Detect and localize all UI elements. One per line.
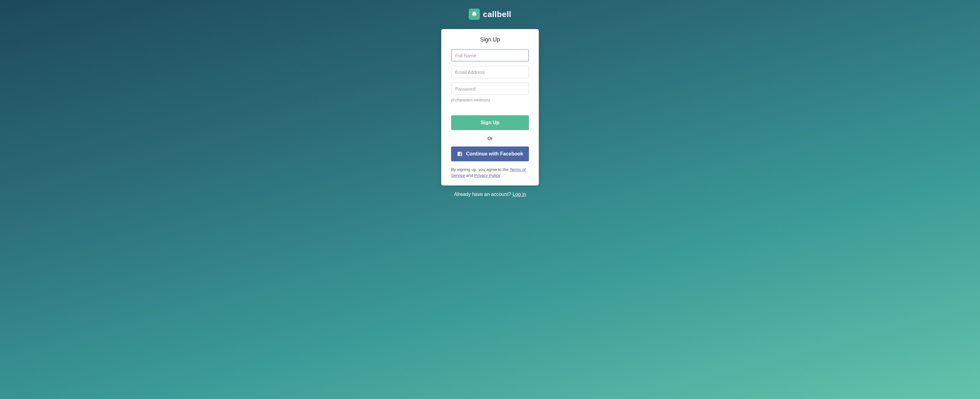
- signup-card: Sign Up (6 characters minimum) Sign Up O…: [441, 29, 539, 185]
- or-divider: Or: [451, 136, 529, 141]
- continue-with-facebook-button[interactable]: Continue with Facebook: [451, 147, 529, 161]
- login-prompt-text: Already have an account?: [454, 192, 512, 197]
- brand-logo-row: callbell: [469, 9, 511, 20]
- facebook-button-label: Continue with Facebook: [466, 151, 523, 157]
- brand-name: callbell: [483, 10, 511, 19]
- email-input[interactable]: [451, 66, 529, 78]
- legal-prefix: By signing up, you agree to the: [451, 167, 510, 172]
- card-title: Sign Up: [451, 37, 529, 43]
- legal-mid: and: [465, 173, 474, 178]
- signup-button-label: Sign Up: [481, 120, 499, 126]
- login-prompt: Already have an account? Log in: [454, 192, 526, 197]
- legal-text: By signing up, you agree to the Terms of…: [451, 167, 529, 179]
- bell-icon: [469, 9, 480, 20]
- privacy-policy-link[interactable]: Privacy Policy: [474, 173, 500, 178]
- password-hint: (6 characters minimum): [451, 98, 529, 102]
- facebook-icon: [457, 151, 463, 157]
- password-input[interactable]: [451, 83, 529, 95]
- signup-button[interactable]: Sign Up: [451, 115, 529, 130]
- full-name-input[interactable]: [451, 49, 529, 62]
- login-link[interactable]: Log in: [512, 192, 526, 197]
